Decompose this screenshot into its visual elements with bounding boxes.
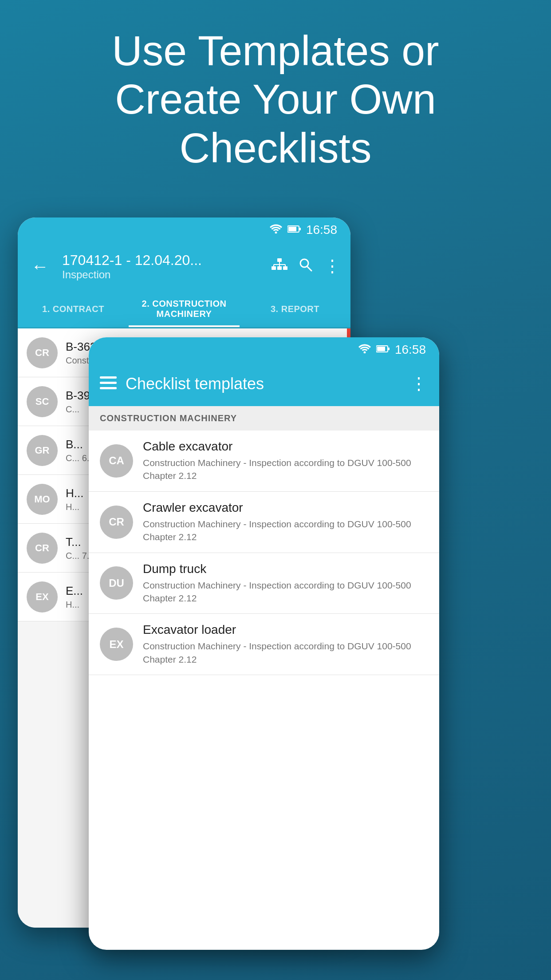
svg-rect-25 — [388, 348, 390, 350]
svg-point-0 — [275, 231, 277, 233]
back-button[interactable]: ← — [27, 252, 53, 281]
svg-line-14 — [307, 267, 312, 271]
tab-report[interactable]: 3. REPORT — [240, 291, 350, 327]
checklist-toolbar: Checklist templates ⋮ — [89, 362, 439, 406]
svg-rect-28 — [100, 387, 117, 389]
item-name: Crawler excavator — [143, 501, 428, 515]
checklist-content: Cable excavator Construction Machinery -… — [143, 439, 428, 482]
avatar: DU — [100, 566, 133, 600]
app-toolbar-back: ← 170412-1 - 12.04.20... Inspection — [18, 242, 350, 291]
checklist-content: Crawler excavator Construction Machinery… — [143, 501, 428, 544]
svg-rect-2 — [288, 227, 296, 231]
avatar: EX — [27, 581, 58, 612]
phone-front: 16:58 Checklist templates ⋮ CONSTRUCTION… — [89, 337, 439, 950]
item-name: Excavator loader — [143, 623, 428, 637]
checklist-content: Dump truck Construction Machinery - Insp… — [143, 562, 428, 605]
category-header: CONSTRUCTION MACHINERY — [89, 406, 439, 431]
checklist-item[interactable]: DU Dump truck Construction Machinery - I… — [89, 553, 439, 614]
svg-rect-4 — [277, 258, 282, 262]
avatar: CR — [27, 533, 58, 564]
more-icon[interactable]: ⋮ — [324, 257, 342, 276]
time-front: 16:58 — [395, 343, 426, 357]
app-tabs: 1. CONTRACT 2. CONSTRUCTION MACHINERY 3.… — [18, 291, 350, 328]
checklist-title: Checklist templates — [126, 375, 401, 393]
svg-rect-24 — [377, 347, 385, 351]
checklist-list: CA Cable excavator Construction Machiner… — [89, 431, 439, 675]
checklist-item[interactable]: CA Cable excavator Construction Machiner… — [89, 431, 439, 492]
checklist-item[interactable]: CR Crawler excavator Construction Machin… — [89, 492, 439, 553]
tab-construction-machinery[interactable]: 2. CONSTRUCTION MACHINERY — [129, 291, 240, 327]
avatar: CR — [100, 506, 133, 539]
svg-rect-3 — [299, 228, 301, 230]
wifi-icon — [270, 224, 282, 236]
menu-icon[interactable] — [100, 376, 117, 391]
item-desc: Construction Machinery - Inspection acco… — [143, 579, 428, 605]
svg-rect-26 — [100, 376, 117, 379]
hero-section: Use Templates or Create Your Own Checkli… — [0, 27, 551, 172]
search-icon[interactable] — [299, 257, 313, 275]
hero-title: Use Templates or Create Your Own Checkli… — [35, 27, 516, 172]
svg-rect-27 — [100, 382, 117, 384]
avatar: SC — [27, 386, 58, 417]
more-icon-front[interactable]: ⋮ — [410, 374, 428, 394]
item-desc: Construction Machinery - Inspection acco… — [143, 640, 428, 666]
checklist-content: Excavator loader Construction Machinery … — [143, 623, 428, 666]
avatar: CR — [27, 337, 58, 368]
toolbar-subtitle: Inspection — [62, 269, 263, 281]
avatar: CA — [100, 444, 133, 478]
toolbar-title: 170412-1 - 12.04.20... — [62, 252, 263, 269]
battery-icon-front — [376, 344, 390, 356]
svg-rect-6 — [277, 266, 282, 270]
hierarchy-icon[interactable] — [272, 258, 287, 275]
battery-icon-back — [287, 224, 301, 236]
avatar: EX — [100, 628, 133, 661]
status-bar-front: 16:58 — [89, 337, 439, 362]
item-name: Cable excavator — [143, 439, 428, 454]
tab-contract[interactable]: 1. CONTRACT — [18, 291, 129, 327]
svg-point-22 — [363, 351, 366, 353]
avatar: MO — [27, 484, 58, 515]
toolbar-title-group: 170412-1 - 12.04.20... Inspection — [62, 252, 263, 281]
time-back: 16:58 — [306, 223, 337, 237]
wifi-icon-front — [358, 344, 371, 356]
checklist-item[interactable]: EX Excavator loader Construction Machine… — [89, 614, 439, 675]
item-desc: Construction Machinery - Inspection acco… — [143, 456, 428, 482]
avatar: GR — [27, 435, 58, 466]
item-name: Dump truck — [143, 562, 428, 576]
item-desc: Construction Machinery - Inspection acco… — [143, 518, 428, 544]
status-bar-back: 16:58 — [18, 217, 350, 242]
toolbar-actions: ⋮ — [272, 257, 342, 276]
